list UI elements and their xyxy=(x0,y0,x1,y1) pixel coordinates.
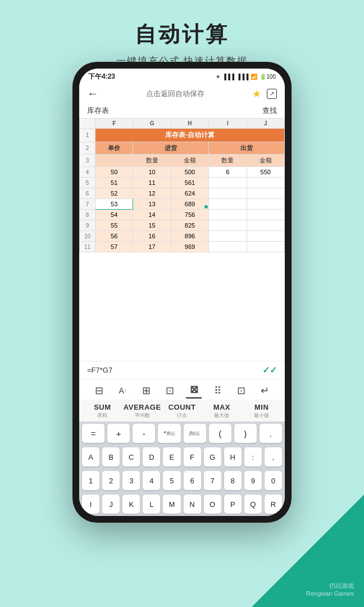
key-plus[interactable]: + xyxy=(107,424,130,443)
col-h: H xyxy=(171,119,208,129)
key-o[interactable]: O xyxy=(204,495,221,514)
toolbar-enter-icon[interactable]: ↵ xyxy=(257,383,273,398)
toolbar-formula-icon[interactable]: ⊠ xyxy=(186,383,202,398)
watermark: 仍玩游戏 Rengwan Games xyxy=(306,582,354,597)
key-a[interactable]: A xyxy=(82,447,99,466)
key-f[interactable]: F xyxy=(184,447,201,466)
toolbar-table-icon[interactable]: ⊟ xyxy=(91,383,107,398)
cell-j9 xyxy=(247,220,284,231)
cell-j5 xyxy=(247,178,284,188)
fill-handle[interactable] xyxy=(204,205,208,209)
cell-h6: 624 xyxy=(171,188,208,199)
key-d[interactable]: D xyxy=(143,447,160,466)
key-comma[interactable]: , xyxy=(265,447,282,466)
key-p[interactable]: P xyxy=(224,495,242,514)
cell-h4: 500 xyxy=(171,167,208,178)
key-7[interactable]: 7 xyxy=(204,471,221,490)
key-0[interactable]: 0 xyxy=(265,471,282,490)
key-j[interactable]: J xyxy=(102,495,120,514)
table-row: 10 56 16 896 xyxy=(80,231,285,242)
export-button[interactable]: ↗ xyxy=(267,89,277,99)
key-m[interactable]: M xyxy=(163,495,180,514)
func-max[interactable]: MAX 最大值 xyxy=(203,403,240,419)
row-num: 5 xyxy=(80,178,95,188)
cell-g2: 进货 xyxy=(133,142,209,155)
key-4[interactable]: 4 xyxy=(143,471,160,490)
star-button[interactable]: ★ xyxy=(252,88,261,100)
key-n[interactable]: N xyxy=(184,495,201,514)
toolbar-apps-icon[interactable]: ⠿ xyxy=(210,383,225,398)
func-average[interactable]: AVERAGE 平均数 xyxy=(124,403,161,419)
cell-f4: 50 xyxy=(95,167,133,178)
key-g[interactable]: G xyxy=(204,447,221,466)
key-i[interactable]: I xyxy=(82,495,99,514)
cell-h11: 969 xyxy=(171,242,208,252)
bluetooth-icon: ✶ xyxy=(216,74,220,80)
row-num: 11 xyxy=(80,242,95,252)
func-count[interactable]: COUNT 计次 xyxy=(163,403,201,419)
key-minus[interactable]: - xyxy=(133,424,155,443)
key-5[interactable]: 5 xyxy=(163,471,180,490)
key-e[interactable]: E xyxy=(163,447,180,466)
key-1[interactable]: 1 xyxy=(82,471,99,490)
cell-f8: 54 xyxy=(95,210,133,220)
cell-j8 xyxy=(247,210,284,220)
key-colon[interactable]: : xyxy=(244,447,262,466)
row-num: 9 xyxy=(80,220,95,231)
toolbar-grid-icon[interactable]: ⊞ xyxy=(139,383,154,398)
cell-h8: 756 xyxy=(171,210,208,220)
cell-i5 xyxy=(209,178,247,188)
table-row: 7 53 13 689 xyxy=(80,199,285,210)
key-lparen[interactable]: ( xyxy=(209,424,231,443)
key-equals[interactable]: = xyxy=(82,424,104,443)
key-q[interactable]: Q xyxy=(244,495,262,514)
toolbar-layout-icon[interactable]: ⊡ xyxy=(162,383,178,398)
key-3[interactable]: 3 xyxy=(122,471,140,490)
row-num: 8 xyxy=(80,210,95,220)
key-2[interactable]: 2 xyxy=(102,471,120,490)
cell-g6: 12 xyxy=(133,188,171,199)
sheet-bar: 库存表 查找 xyxy=(79,103,285,118)
cell-j7 xyxy=(247,199,284,210)
number-row: 1 2 3 4 5 6 7 8 9 0 xyxy=(79,469,285,492)
key-k[interactable]: K xyxy=(122,495,140,514)
row-num: 10 xyxy=(80,231,95,242)
row-num: 6 xyxy=(80,188,95,199)
cell-j11 xyxy=(247,242,284,252)
cell-f2: 单价 xyxy=(95,142,133,155)
spreadsheet[interactable]: F G H I J 1 库存表-自动计算 xyxy=(79,118,285,361)
row-num: 2 xyxy=(80,142,95,155)
key-b[interactable]: B xyxy=(102,447,120,466)
col-g: G xyxy=(133,119,171,129)
func-min[interactable]: MIN 最小值 xyxy=(243,403,280,419)
row-num: 1 xyxy=(80,129,95,142)
key-l[interactable]: L xyxy=(143,495,160,514)
key-9[interactable]: 9 xyxy=(244,471,262,490)
key-multiply[interactable]: *乘以 xyxy=(158,424,180,443)
cell-i2: 出货 xyxy=(209,142,285,155)
toolbar-text-icon[interactable]: A↑ xyxy=(115,383,130,398)
func-sum[interactable]: SUM 求和 xyxy=(84,403,121,419)
key-h[interactable]: H xyxy=(224,447,242,466)
table-row: 5 51 11 561 xyxy=(80,178,285,188)
cell-g7: 13 xyxy=(133,199,171,210)
app-bar-icons: ★ ↗ xyxy=(252,88,277,100)
formula-confirm[interactable]: ✓✓ xyxy=(262,365,277,375)
key-c[interactable]: C xyxy=(122,447,140,466)
cell-g5: 11 xyxy=(133,178,171,188)
table-row: 3 数量 金额 数量 金额 xyxy=(80,155,285,167)
phone-wrapper: 下午4:23 ✶ ▐▐▐ ▐▐▐ 📶 🔋100 ← 点击返回自动保存 ★ ↗ xyxy=(72,62,292,523)
cell-i9 xyxy=(209,220,247,231)
cell-f7[interactable]: 53 xyxy=(95,199,133,210)
key-r[interactable]: R xyxy=(265,495,282,514)
sheet-table: F G H I J 1 库存表-自动计算 xyxy=(79,118,285,252)
toolbar-delete-icon[interactable]: ⊡ xyxy=(234,383,249,398)
key-dot[interactable]: . xyxy=(260,424,282,443)
key-rparen[interactable]: ) xyxy=(234,424,257,443)
find-button[interactable]: 查找 xyxy=(262,106,277,116)
row-num: 7 xyxy=(80,199,95,210)
back-button[interactable]: ← xyxy=(87,87,98,100)
key-6[interactable]: 6 xyxy=(184,471,201,490)
key-8[interactable]: 8 xyxy=(224,471,242,490)
key-divide[interactable]: /除以 xyxy=(184,424,206,443)
